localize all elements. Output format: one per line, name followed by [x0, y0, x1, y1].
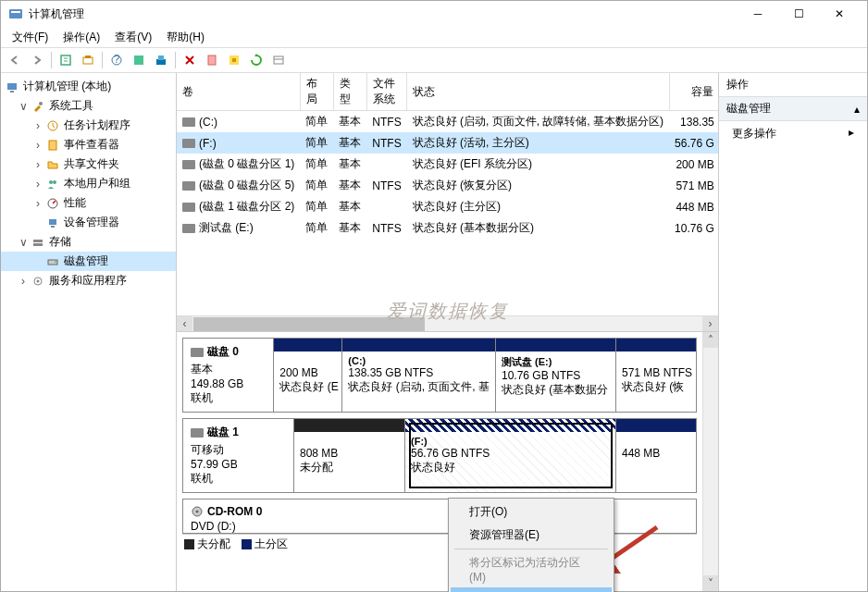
actions-section[interactable]: 磁盘管理 ▴ [719, 97, 867, 121]
svg-rect-34 [191, 428, 204, 438]
col-type[interactable]: 类型 [333, 73, 366, 111]
partition-unallocated[interactable]: 808 MB未分配 [294, 419, 405, 492]
menu-help[interactable]: 帮助(H) [159, 28, 212, 47]
help-button[interactable]: ? [106, 50, 127, 70]
tree-event-viewer[interactable]: › 事件查看器 [1, 135, 176, 154]
volume-table[interactable]: 卷 布局 类型 文件系统 状态 容量 (C:)简单基本NTFS状态良好 (启动,… [177, 73, 718, 239]
svg-rect-14 [232, 58, 236, 62]
tree-services-apps[interactable]: › 服务和应用程序 [1, 271, 176, 290]
table-row[interactable]: (C:)简单基本NTFS状态良好 (启动, 页面文件, 故障转储, 基本数据分区… [177, 111, 718, 133]
toolbar-btn-7[interactable] [268, 50, 289, 70]
tree-label: 磁盘管理 [64, 253, 108, 269]
expand-icon[interactable]: › [32, 139, 43, 152]
expand-icon[interactable]: › [18, 275, 29, 288]
tree-label: 共享文件夹 [64, 156, 119, 172]
svg-rect-18 [10, 91, 14, 92]
collapse-icon[interactable]: ∨ [18, 100, 29, 113]
scroll-right-button[interactable]: › [702, 316, 718, 332]
tree-local-users[interactable]: › 本地用户和组 [1, 174, 176, 193]
tree-label: 任务计划程序 [64, 117, 130, 133]
ctx-open[interactable]: 打开(O) [451, 500, 612, 524]
col-layout[interactable]: 布局 [300, 73, 333, 111]
more-actions-link[interactable]: 更多操作 ▸ [719, 121, 867, 146]
svg-rect-27 [33, 240, 43, 242]
titlebar: 计算机管理 ─ ☐ ✕ [1, 1, 867, 27]
svg-point-36 [196, 511, 199, 513]
graph-scrollbar-v[interactable]: ˄ ˅ [702, 332, 718, 591]
tree-label: 服务和应用程序 [49, 273, 127, 289]
svg-text:?: ? [114, 54, 120, 66]
toolbar-btn-4[interactable] [151, 50, 171, 70]
ctx-explorer[interactable]: 资源管理器(E) [451, 524, 612, 547]
expand-icon[interactable]: › [32, 197, 43, 210]
partition-f-selected[interactable]: (F:)56.76 GB NTFS状态良好 [405, 419, 616, 492]
tree-performance[interactable]: › 性能 [1, 193, 176, 213]
tree-disk-management[interactable]: 磁盘管理 [1, 252, 176, 271]
partition-448[interactable]: 448 MB [616, 419, 696, 492]
back-button[interactable] [5, 50, 25, 70]
toolbar-btn-6[interactable] [224, 50, 244, 70]
toolbar-btn-2[interactable] [78, 50, 98, 70]
actions-header: 操作 [719, 73, 867, 97]
menubar: 文件(F) 操作(A) 查看(V) 帮助(H) [1, 27, 867, 47]
svg-point-22 [49, 180, 53, 184]
svg-rect-1 [11, 11, 20, 13]
col-volume[interactable]: 卷 [177, 73, 300, 111]
minimize-button[interactable]: ─ [738, 4, 778, 24]
table-row[interactable]: (磁盘 1 磁盘分区 2)简单基本状态良好 (主分区)448 MB [177, 196, 718, 217]
ctx-change-drive-letter[interactable]: 更改驱动器号和路径(C)... [451, 587, 612, 592]
tree-device-manager[interactable]: 设备管理器 [1, 213, 176, 232]
collapse-icon[interactable]: ∨ [18, 236, 29, 249]
toolbar-btn-3[interactable] [129, 50, 149, 70]
svg-rect-6 [85, 56, 91, 58]
partition-e[interactable]: 测试盘 (E:)10.76 GB NTFS状态良好 (基本数据分 [496, 339, 616, 412]
scroll-thumb[interactable] [193, 317, 425, 331]
menu-view[interactable]: 查看(V) [107, 28, 159, 47]
toolbar-btn-5[interactable] [202, 50, 222, 70]
partition-c[interactable]: (C:)138.35 GB NTFS状态良好 (启动, 页面文件, 基 [342, 339, 496, 412]
tree-task-scheduler[interactable]: › 任务计划程序 [1, 116, 176, 135]
tree-shared-folders[interactable]: › 共享文件夹 [1, 154, 176, 174]
clock-icon [45, 118, 60, 133]
expand-icon[interactable]: › [32, 178, 43, 191]
svg-rect-11 [158, 56, 164, 60]
toolbar-btn-1[interactable] [56, 50, 76, 70]
disk-0-block: 磁盘 0 基本 149.88 GB 联机 200 MB状态良好 (E (C:)1… [182, 338, 697, 413]
table-row[interactable]: (磁盘 0 磁盘分区 5)简单基本NTFS状态良好 (恢复分区)571 MB [177, 175, 718, 196]
tree-system-tools[interactable]: ∨ 系统工具 [1, 96, 176, 116]
table-row[interactable]: (F:)简单基本NTFS状态良好 (活动, 主分区)56.76 G [177, 132, 718, 154]
delete-button[interactable] [180, 50, 200, 70]
tree-label: 事件查看器 [64, 137, 119, 153]
menu-file[interactable]: 文件(F) [5, 28, 56, 47]
col-filesystem[interactable]: 文件系统 [366, 73, 406, 111]
table-scrollbar[interactable]: ‹ › [177, 315, 718, 331]
partition-efi[interactable]: 200 MB状态良好 (E [274, 339, 342, 412]
col-status[interactable]: 状态 [407, 73, 669, 111]
scroll-left-button[interactable]: ‹ [177, 316, 192, 332]
expand-icon[interactable]: › [32, 119, 43, 132]
volume-icon [182, 139, 195, 148]
menu-action[interactable]: 操作(A) [56, 28, 107, 47]
scroll-up-button[interactable]: ˄ [703, 332, 718, 348]
device-icon [45, 216, 60, 230]
services-icon [31, 274, 45, 289]
tree-root[interactable]: 计算机管理 (本地) [1, 77, 176, 96]
refresh-button[interactable] [246, 50, 267, 70]
close-button[interactable]: ✕ [819, 4, 860, 24]
disk-1-block: 磁盘 1 可移动 57.99 GB 联机 808 MB未分配 (F:)56.76… [182, 418, 697, 493]
svg-rect-33 [191, 348, 204, 357]
collapse-icon[interactable]: ▴ [854, 103, 860, 116]
maximize-button[interactable]: ☐ [778, 4, 819, 24]
forward-button[interactable] [27, 50, 47, 70]
app-icon [8, 6, 23, 21]
tree-storage[interactable]: ∨ 存储 [1, 232, 176, 252]
svg-rect-26 [51, 226, 55, 228]
col-capacity[interactable]: 容量 [669, 73, 718, 111]
computer-icon [5, 80, 19, 94]
table-row[interactable]: 测试盘 (E:)简单基本NTFS状态良好 (基本数据分区)10.76 G [177, 217, 718, 239]
scroll-down-button[interactable]: ˅ [703, 575, 718, 591]
expand-icon[interactable]: › [32, 158, 43, 171]
partition-recovery[interactable]: 571 MB NTFS状态良好 (恢 [616, 339, 696, 412]
table-row[interactable]: (磁盘 0 磁盘分区 1)简单基本状态良好 (EFI 系统分区)200 MB [177, 154, 718, 175]
cdrom-block: CD-ROM 0 DVD (D:) [182, 499, 697, 534]
